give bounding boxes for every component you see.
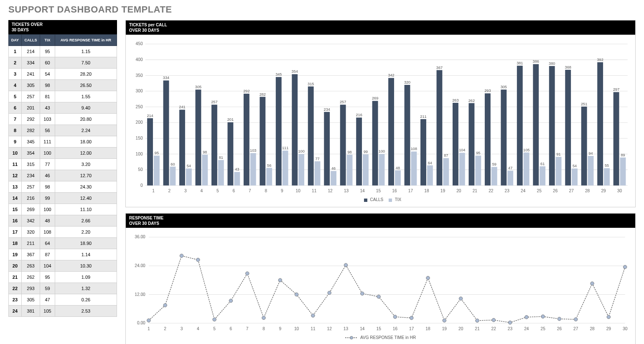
svg-text:12: 12 — [328, 189, 333, 193]
svg-text:95: 95 — [476, 151, 480, 155]
svg-text:293: 293 — [484, 89, 491, 93]
svg-text:216: 216 — [356, 113, 362, 117]
left-column: TICKETS OVER30 DAYS DAYCALLSTIXAVG RESPO… — [8, 20, 117, 344]
svg-text:263: 263 — [452, 98, 458, 102]
svg-text:77: 77 — [316, 157, 320, 161]
main-layout: TICKETS OVER30 DAYS DAYCALLSTIXAVG RESPO… — [8, 20, 636, 344]
svg-point-193 — [393, 315, 397, 319]
svg-text:300: 300 — [136, 89, 143, 93]
svg-text:10: 10 — [296, 189, 301, 193]
table-row: 142169912.40 — [9, 193, 117, 204]
svg-text:297: 297 — [613, 87, 619, 92]
svg-point-200 — [508, 321, 512, 325]
table-row: 6201439.40 — [9, 102, 117, 114]
svg-text:2: 2 — [168, 189, 171, 193]
svg-text:282: 282 — [260, 92, 266, 97]
table-cell: 103 — [40, 114, 55, 125]
table-cell: 10.30 — [55, 260, 117, 272]
table-row: 5257811.55 — [9, 91, 117, 102]
table-column-header: DAY — [9, 35, 22, 46]
table-row: 132579824.30 — [9, 181, 117, 193]
svg-text:81: 81 — [219, 155, 223, 160]
svg-text:269: 269 — [372, 96, 378, 100]
svg-rect-115 — [453, 103, 458, 186]
svg-text:9: 9 — [281, 189, 283, 193]
svg-text:305: 305 — [501, 85, 507, 89]
svg-text:354: 354 — [292, 69, 298, 74]
svg-rect-72 — [315, 161, 321, 186]
table-cell: 11.10 — [55, 204, 117, 215]
table-row: 2026310410.30 — [9, 260, 117, 272]
tix-swatch-icon — [389, 199, 392, 202]
table-cell: 7 — [9, 114, 22, 125]
table-cell: 18.90 — [55, 238, 117, 249]
table-cell: 7.50 — [55, 57, 117, 69]
svg-text:262: 262 — [468, 99, 475, 103]
table-cell: 95 — [40, 272, 55, 283]
svg-rect-50 — [244, 94, 249, 186]
svg-text:241: 241 — [179, 105, 185, 109]
line-chart-legend: AVG RESPONSE TIME in HR — [129, 334, 632, 342]
table-row: 182116418.90 — [9, 238, 117, 249]
svg-rect-110 — [437, 70, 443, 186]
svg-text:14: 14 — [360, 189, 365, 193]
svg-text:7: 7 — [246, 326, 249, 331]
svg-point-180 — [180, 254, 183, 258]
svg-rect-162 — [604, 168, 610, 185]
table-cell: 60 — [40, 57, 55, 69]
svg-rect-137 — [524, 153, 529, 186]
svg-point-205 — [591, 282, 594, 285]
table-cell: 24.30 — [55, 181, 117, 193]
svg-point-187 — [295, 293, 298, 296]
table-row: 1035410012.00 — [9, 148, 117, 159]
table-cell: 98 — [40, 80, 55, 91]
table-cell: 15 — [9, 204, 22, 215]
svg-text:392: 392 — [597, 58, 603, 62]
svg-point-195 — [426, 276, 430, 280]
svg-rect-30 — [179, 110, 185, 185]
svg-rect-125 — [485, 93, 491, 185]
table-row: 1526910011.10 — [9, 204, 117, 215]
svg-text:8: 8 — [265, 189, 267, 193]
svg-rect-22 — [154, 155, 160, 185]
table-cell: 100 — [40, 204, 55, 215]
page-title: SUPPORT DASHBOARD TEMPLATE — [8, 4, 636, 15]
table-cell: 20.80 — [55, 114, 117, 125]
bar-chart-panel: TICKETS per CALLOVER 30 DAYS 05010015020… — [125, 20, 636, 207]
bar-chart-body: 0501001502002503003504004502149513346022… — [126, 35, 635, 207]
table-cell: 269 — [21, 204, 40, 215]
table-cell: 22 — [9, 283, 22, 294]
svg-text:13: 13 — [344, 326, 349, 331]
table-cell: 54 — [40, 69, 55, 80]
table-cell: 211 — [21, 238, 40, 249]
svg-text:368: 368 — [565, 65, 571, 69]
svg-rect-27 — [170, 167, 176, 186]
svg-text:22: 22 — [491, 326, 496, 331]
svg-point-206 — [607, 315, 611, 319]
table-row: 16342482.66 — [9, 215, 117, 227]
svg-text:100: 100 — [379, 149, 385, 153]
table-cell: 282 — [21, 125, 40, 136]
svg-text:27: 27 — [573, 326, 578, 331]
svg-rect-117 — [459, 153, 465, 186]
svg-text:305: 305 — [195, 85, 201, 89]
svg-rect-127 — [491, 167, 497, 185]
svg-text:381: 381 — [517, 61, 523, 65]
svg-text:6: 6 — [230, 326, 232, 331]
table-cell: 354 — [21, 148, 40, 159]
svg-text:21: 21 — [473, 189, 478, 193]
svg-rect-42 — [218, 160, 224, 186]
svg-text:320: 320 — [404, 80, 410, 84]
svg-point-199 — [492, 319, 496, 322]
svg-rect-77 — [331, 171, 336, 186]
svg-text:50: 50 — [138, 167, 143, 172]
svg-text:64: 64 — [428, 161, 432, 165]
svg-text:2: 2 — [164, 326, 166, 331]
table-cell: 105 — [40, 306, 55, 317]
table-cell: 104 — [40, 260, 55, 272]
table-cell: 257 — [21, 91, 40, 102]
svg-rect-37 — [202, 155, 208, 186]
svg-rect-65 — [292, 74, 298, 185]
table-cell: 111 — [40, 136, 55, 148]
svg-text:26: 26 — [553, 189, 558, 193]
